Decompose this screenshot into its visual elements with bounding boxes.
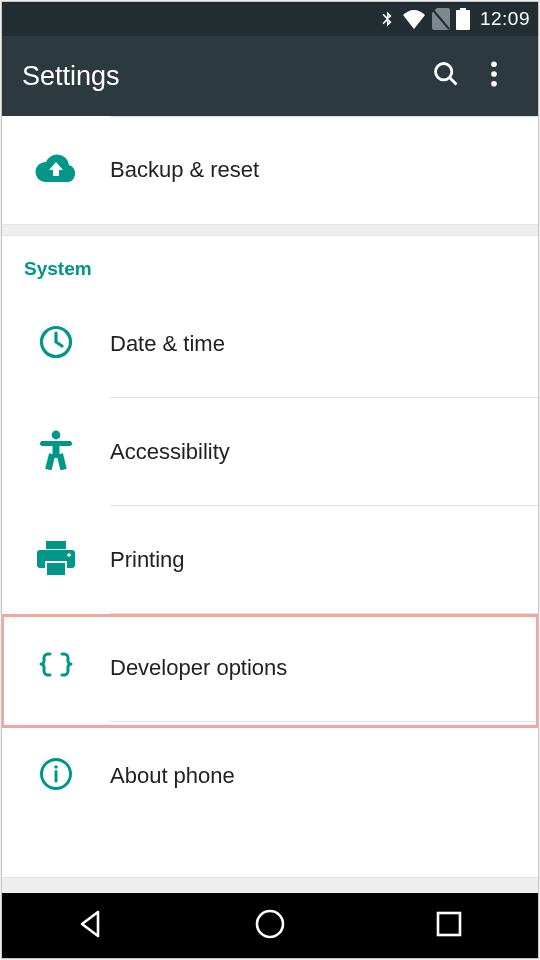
nav-recents-button[interactable] [399, 893, 499, 958]
svg-point-0 [436, 64, 452, 80]
settings-item-developer-options[interactable]: Developer options [2, 614, 538, 722]
svg-point-2 [491, 61, 497, 67]
svg-rect-9 [45, 453, 55, 470]
svg-rect-18 [438, 913, 460, 935]
nav-home-button[interactable] [220, 893, 320, 958]
svg-point-15 [54, 765, 58, 769]
svg-point-13 [67, 553, 71, 557]
no-sim-icon [432, 8, 450, 30]
svg-point-4 [491, 81, 497, 87]
settings-list[interactable]: Backup & reset System Date & time [2, 116, 538, 877]
more-vert-icon [490, 61, 498, 91]
braces-icon [37, 651, 75, 685]
settings-item-label: Developer options [110, 655, 287, 681]
overflow-menu-button[interactable] [470, 52, 518, 100]
settings-item-label: Date & time [110, 331, 225, 357]
svg-rect-12 [47, 563, 65, 575]
settings-item-backup-reset[interactable]: Backup & reset [2, 116, 538, 224]
page-title: Settings [22, 61, 422, 92]
svg-rect-10 [57, 453, 67, 470]
search-button[interactable] [422, 52, 470, 100]
section-divider [2, 224, 538, 236]
svg-point-6 [52, 431, 61, 440]
settings-item-date-time[interactable]: Date & time [2, 290, 538, 398]
printer-icon [37, 541, 75, 579]
status-clock: 12:09 [480, 8, 530, 30]
accessibility-icon [39, 430, 73, 474]
navigation-bar [2, 893, 538, 958]
settings-item-label: Accessibility [110, 439, 230, 465]
settings-item-printing[interactable]: Printing [2, 506, 538, 614]
settings-item-accessibility[interactable]: Accessibility [2, 398, 538, 506]
svg-rect-11 [46, 541, 66, 549]
nav-back-button[interactable] [41, 893, 141, 958]
clock-icon [39, 325, 73, 363]
section-header-system: System [2, 236, 538, 290]
wifi-icon [402, 9, 426, 29]
settings-item-about-phone[interactable]: About phone [2, 722, 538, 830]
status-bar: 12:09 [2, 2, 538, 36]
back-icon [76, 909, 106, 943]
settings-item-label: Printing [110, 547, 185, 573]
settings-item-label: About phone [110, 763, 235, 789]
bluetooth-icon [378, 8, 396, 30]
recents-icon [436, 911, 462, 941]
cloud-upload-icon [35, 153, 77, 187]
search-icon [432, 60, 460, 92]
bottom-gap [2, 877, 538, 893]
svg-point-17 [257, 911, 283, 937]
settings-item-label: Backup & reset [110, 157, 259, 183]
svg-point-3 [491, 71, 497, 77]
svg-line-1 [450, 78, 457, 85]
home-icon [254, 908, 286, 944]
battery-icon [456, 8, 470, 30]
info-icon [39, 757, 73, 795]
app-bar: Settings [2, 36, 538, 116]
